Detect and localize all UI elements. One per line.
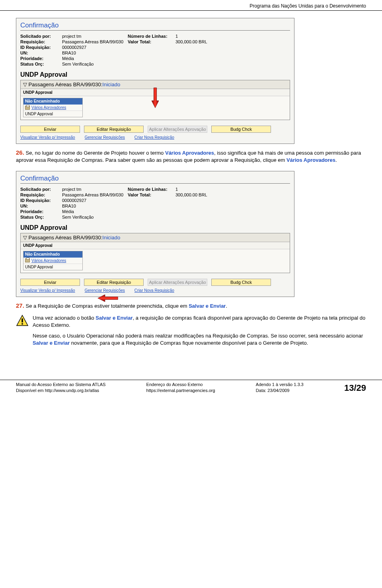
warning-icon xyxy=(16,314,29,328)
page-number: 13/29 xyxy=(344,383,366,393)
undp-approval-heading-2: UNDP Approval xyxy=(20,224,290,231)
enviar-button[interactable]: Enviar xyxy=(20,126,80,133)
step-26-paragraph: 26. Se, no lugar do nome do Gerente de P… xyxy=(16,149,366,164)
value-valor-total: 300,000.00 BRL xyxy=(175,39,207,44)
term-salvar-enviar-2: Salvar e Enviar xyxy=(96,315,133,321)
label-valor-total-2: Valor Total: xyxy=(128,192,175,197)
warning-block: Uma vez acionado o botão Salvar e Enviar… xyxy=(16,314,366,346)
approval-header-text-2: ▽ Passagens Aéreas BRA/99/030: xyxy=(23,235,102,241)
arrow-right-icon xyxy=(97,295,119,302)
term-salvar-enviar-1: Salvar e Enviar xyxy=(189,303,226,309)
editar-requisicao-button[interactable]: Editar Requisição xyxy=(84,126,144,133)
value-id-requisicao-2: 0000002927 xyxy=(62,198,128,203)
approvers-link[interactable]: Vários Aprovadores xyxy=(23,105,82,111)
label-prioridade-2: Prioridade: xyxy=(20,209,62,214)
value-num-linhas: 1 xyxy=(175,34,178,39)
value-valor-total-2: 300,000.00 BRL xyxy=(175,192,207,197)
value-prioridade: Média xyxy=(62,56,128,61)
approval-table-header-2: Não Encaminhado xyxy=(23,251,82,258)
budg-chck-button-2[interactable]: Budg Chck xyxy=(211,279,271,286)
term-varios-aprovadores-2: Vários Aprovadores xyxy=(286,157,335,163)
warning-paragraph-2: Nesse caso, o Usuário Operacional não po… xyxy=(33,332,366,346)
label-num-linhas: Número de Linhas: xyxy=(128,34,175,39)
aplicar-alteracoes-button-2: Aplicar Alterações Aprovação xyxy=(148,279,207,286)
org-name: Programa das Nações Unidas para o Desenv… xyxy=(249,3,366,9)
approval-row-undp: UNDP Approval xyxy=(23,111,82,117)
arrow-down-icon xyxy=(152,86,159,110)
label-id-requisicao-2: ID Requisição: xyxy=(20,198,62,203)
approval-header-text: ▽ Passagens Aéreas BRA/99/030: xyxy=(23,82,102,87)
approval-table-2: Não Encaminhado Vários Aprovadores UNDP … xyxy=(23,251,83,270)
footer-col-2: Endereço do Acesso Externo https://exter… xyxy=(146,382,215,393)
link-criar-nova-requisicao-2[interactable]: Criar Nova Requisição xyxy=(134,288,174,293)
value-status-orc-2: Sem Verificação xyxy=(62,215,128,219)
editar-requisicao-button-2[interactable]: Editar Requisição xyxy=(84,279,144,286)
page-header: Programa das Nações Unidas para o Desenv… xyxy=(0,0,382,11)
warning-paragraph-1: Uma vez acionado o botão Salvar e Enviar… xyxy=(33,314,366,328)
approval-status: Iniciado xyxy=(102,82,120,87)
label-un-2: UN: xyxy=(20,204,62,208)
approval-panel-2: ▽ Passagens Aéreas BRA/99/030:Iniciado U… xyxy=(20,233,290,273)
confirmation-title: Confirmação xyxy=(20,21,290,31)
svg-rect-0 xyxy=(21,318,23,322)
printer-icon-2 xyxy=(25,258,30,262)
link-gerenciar-requisicoes[interactable]: Gerenciar Requisições xyxy=(85,135,125,140)
label-prioridade: Prioridade: xyxy=(20,56,62,61)
value-status-orc: Sem Verificação xyxy=(62,62,128,66)
value-id-requisicao: 0000002927 xyxy=(62,45,128,50)
link-criar-nova-requisicao[interactable]: Criar Nova Requisição xyxy=(134,135,174,140)
value-un-2: BRA10 xyxy=(62,204,128,208)
label-status-orc: Status Orç: xyxy=(20,62,62,66)
button-row-2: Enviar Editar Requisição Aplicar Alteraç… xyxy=(20,279,290,286)
approvers-link-2[interactable]: Vários Aprovadores xyxy=(23,258,82,264)
link-visualizar-impressao-2[interactable]: Visualizar Versão p/ Impressão xyxy=(20,288,75,293)
printer-icon xyxy=(25,106,30,110)
confirmation-title-2: Confirmação xyxy=(20,175,290,184)
approval-subheader-2: UNDP Approval xyxy=(21,242,290,249)
budg-chck-button[interactable]: Budg Chck xyxy=(211,126,271,133)
confirmation-screenshot-1: Confirmação Solicitado por: project tm N… xyxy=(16,18,294,144)
step-26-number: 26. xyxy=(16,149,24,156)
label-id-requisicao: ID Requisição: xyxy=(20,45,62,50)
label-requisicao: Requisição: xyxy=(20,39,62,44)
value-prioridade-2: Média xyxy=(62,209,128,214)
footer-col-1: Manual do Acesso Externo ao Sistema ATLA… xyxy=(16,382,105,393)
value-requisicao: Passagens Aéreas BRA/99/030 xyxy=(62,39,128,44)
approval-table-header: Não Encaminhado xyxy=(23,98,82,105)
bottom-links: Visualizar Versão p/ Impressão Gerenciar… xyxy=(20,135,290,140)
value-un: BRA10 xyxy=(62,50,128,55)
value-solicitado-por: project tm xyxy=(62,34,128,39)
label-solicitado-por-2: Solicitado por: xyxy=(20,187,62,192)
value-solicitado-por-2: project tm xyxy=(62,187,128,192)
svg-rect-1 xyxy=(21,323,23,324)
label-solicitado-por: Solicitado por: xyxy=(20,34,62,39)
aplicar-alteracoes-button: Aplicar Alterações Aprovação xyxy=(148,126,207,133)
footer-col-3: Adendo 1 à versão 1.3.3 Data: 23/04/2009 xyxy=(256,382,304,393)
label-status-orc-2: Status Orç: xyxy=(20,215,62,219)
enviar-button-2[interactable]: Enviar xyxy=(20,279,80,286)
term-salvar-enviar-3: Salvar e Enviar xyxy=(33,340,70,346)
approval-row-undp-2: UNDP Approval xyxy=(23,264,82,270)
label-requisicao-2: Requisição: xyxy=(20,192,62,197)
term-varios-aprovadores-1: Vários Aprovadores xyxy=(165,150,214,156)
approval-table: Não Encaminhado Vários Aprovadores UNDP … xyxy=(23,98,83,117)
label-num-linhas-2: Número de Linhas: xyxy=(128,187,175,192)
value-requisicao-2: Passagens Aéreas BRA/99/030 xyxy=(62,192,128,197)
bottom-links-2: Visualizar Versão p/ Impressão Gerenciar… xyxy=(20,288,290,293)
step-27-number: 27. xyxy=(16,302,24,309)
confirmation-screenshot-2: Confirmação Solicitado por: project tm N… xyxy=(16,171,294,297)
approvers-link-text: Vários Aprovadores xyxy=(31,105,66,110)
page-footer: Manual do Acesso Externo ao Sistema ATLA… xyxy=(0,380,382,398)
label-valor-total: Valor Total: xyxy=(128,39,175,44)
undp-approval-heading: UNDP Approval xyxy=(20,71,290,78)
approval-status-2: Iniciado xyxy=(102,235,120,241)
approvers-link-text-2: Vários Aprovadores xyxy=(31,258,66,263)
step-27-paragraph: 27. Se a Requisição de Compras estiver t… xyxy=(16,302,366,310)
label-un: UN: xyxy=(20,50,62,55)
button-row: Enviar Editar Requisição Aplicar Alteraç… xyxy=(20,126,290,133)
approval-header-2[interactable]: ▽ Passagens Aéreas BRA/99/030:Iniciado xyxy=(21,233,290,242)
link-gerenciar-requisicoes-2[interactable]: Gerenciar Requisições xyxy=(85,288,125,293)
value-num-linhas-2: 1 xyxy=(175,187,178,192)
link-visualizar-impressao[interactable]: Visualizar Versão p/ Impressão xyxy=(20,135,75,140)
